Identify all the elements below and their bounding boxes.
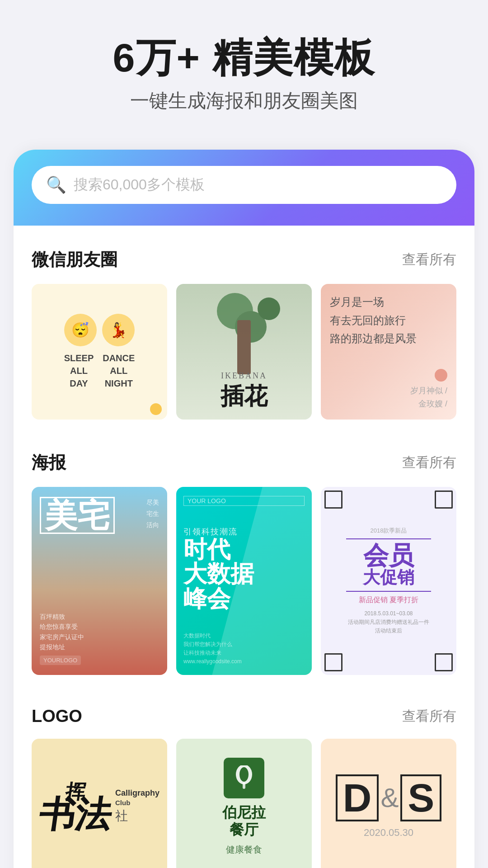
ds-letter-s: S bbox=[400, 774, 441, 821]
logo-card-ds[interactable]: D & S 2020.05.30 bbox=[321, 739, 456, 868]
member-title2: 大促销 bbox=[363, 568, 414, 587]
search-icon: 🔍 bbox=[46, 177, 66, 193]
bigdata-detail: 大数据时代我们帮您解决为什么让科技推动未来www.reallygoodsite.… bbox=[183, 632, 305, 666]
hero-title: 6万+ 精美模板 bbox=[27, 36, 461, 80]
wechat-card-poetic[interactable]: 岁月是一场有去无回的旅行路的那边都是风景 岁月神似 /金玫嫂 / bbox=[321, 284, 456, 420]
poster-section: 海报 查看所有 美宅 尽美宅生活向 百坪精致给您惊喜享受家宅房产认证中提报地址 … bbox=[14, 429, 474, 684]
calligraphy-en-club: Club bbox=[115, 799, 130, 807]
bigdata-logo: YOUR LOGO bbox=[183, 496, 305, 506]
member-detail: 2018.5.03.01~03.08活动期间凡店消费均赠送礼品一件活动结束后 bbox=[348, 609, 429, 636]
bigdata-title: 时代大数据峰会 bbox=[183, 537, 305, 611]
poster-card-real-estate[interactable]: 美宅 尽美宅生活向 百坪精致给您惊喜享受家宅房产认证中提报地址 YOURLOGO bbox=[32, 487, 167, 675]
member-year: 2018款季新品 bbox=[371, 527, 407, 535]
dance-text: DANCEALLNIGHT bbox=[103, 352, 135, 390]
sleep-text: SLEEPALLDAY bbox=[64, 352, 94, 390]
logo-card-restaurant[interactable]: 伯尼拉 餐厅 健康餐食 bbox=[176, 739, 312, 868]
realestate-right: 尽美宅生活向 bbox=[146, 497, 159, 531]
poster-template-grid: 美宅 尽美宅生活向 百坪精致给您惊喜享受家宅房产认证中提报地址 YOURLOGO bbox=[32, 487, 456, 675]
card-header: 🔍 搜索60,000多个模板 bbox=[14, 150, 474, 226]
poetic-author: 岁月神似 /金玫嫂 / bbox=[410, 384, 447, 410]
wechat-card-ikebana[interactable]: IKEBANA 插花 bbox=[176, 284, 312, 420]
hero-subtitle: 一键生成海报和朋友圈美图 bbox=[27, 88, 461, 113]
svg-point-1 bbox=[239, 767, 249, 782]
poster-card-bigdata[interactable]: YOUR LOGO 引领科技潮流 时代大数据峰会 大数据时代我们帮您解决为什么让… bbox=[176, 487, 312, 675]
calligraphy-cn-shu: 书法 bbox=[37, 798, 114, 831]
poster-view-all[interactable]: 查看所有 bbox=[402, 453, 456, 472]
logo-view-all[interactable]: 查看所有 bbox=[402, 707, 456, 726]
ds-letter-d: D bbox=[336, 774, 379, 821]
member-sub: 新品促销 夏季打折 bbox=[359, 595, 418, 605]
bigdata-subtitle: 引领科技潮流 bbox=[183, 526, 305, 537]
wechat-template-grid: 😴 💃 SLEEPALLDAY DANCEALLNIGHT bbox=[32, 284, 456, 420]
main-card: 🔍 搜索60,000多个模板 微信朋友圈 查看所有 😴 💃 SLEEPALLDA… bbox=[14, 150, 474, 868]
wechat-card-sleep-dance[interactable]: 😴 💃 SLEEPALLDAY DANCEALLNIGHT bbox=[32, 284, 167, 420]
logo-section: LOGO 查看所有 挥 书法 Calligraphy Club 社 bbox=[14, 684, 474, 868]
ds-date: 2020.05.30 bbox=[336, 827, 441, 839]
hero-section: 6万+ 精美模板 一键生成海报和朋友圈美图 bbox=[0, 0, 488, 132]
wechat-section-title: 微信朋友圈 bbox=[32, 248, 117, 271]
poster-section-title: 海报 bbox=[32, 451, 66, 474]
search-placeholder: 搜索60,000多个模板 bbox=[74, 175, 442, 195]
calligraphy-en-name: Calligraphy bbox=[115, 788, 160, 798]
poster-section-header: 海报 查看所有 bbox=[32, 451, 456, 474]
calligraphy-cn-she: 社 bbox=[115, 807, 128, 825]
member-title1: 会员 bbox=[363, 543, 414, 568]
logo-card-calligraphy[interactable]: 挥 书法 Calligraphy Club 社 bbox=[32, 739, 167, 868]
poster-card-member-sale[interactable]: 2018款季新品 会员 大促销 新品促销 夏季打折 2018.5.03.01~0… bbox=[321, 487, 456, 675]
restaurant-name: 伯尼拉 餐厅 bbox=[222, 804, 266, 839]
logo-template-grid: 挥 书法 Calligraphy Club 社 bbox=[32, 739, 456, 868]
restaurant-sub: 健康餐食 bbox=[226, 844, 262, 856]
ikebana-en: IKEBANA bbox=[183, 371, 305, 381]
search-bar[interactable]: 🔍 搜索60,000多个模板 bbox=[32, 166, 456, 204]
wechat-section-header: 微信朋友圈 查看所有 bbox=[32, 248, 456, 271]
realestate-bottom: 百坪精致给您惊喜享受家宅房产认证中提报地址 bbox=[40, 612, 159, 652]
ikebana-cn: 插花 bbox=[183, 381, 305, 412]
wechat-view-all[interactable]: 查看所有 bbox=[402, 250, 456, 269]
ds-ampersand: & bbox=[380, 784, 399, 811]
svg-rect-2 bbox=[243, 783, 245, 789]
logo-section-title: LOGO bbox=[32, 707, 82, 726]
restaurant-icon bbox=[224, 758, 264, 798]
poetic-text: 岁月是一场有去无回的旅行路的那边都是风景 bbox=[330, 293, 447, 348]
realestate-logo: YOURLOGO bbox=[40, 656, 81, 665]
wechat-section: 微信朋友圈 查看所有 😴 💃 SLEEPALLDAY DANCEALLNIGHT bbox=[14, 226, 474, 429]
realestate-title: 美宅 bbox=[40, 497, 115, 534]
ds-logo-wrap: D & S 2020.05.30 bbox=[327, 765, 450, 848]
logo-section-header: LOGO 查看所有 bbox=[32, 707, 456, 726]
